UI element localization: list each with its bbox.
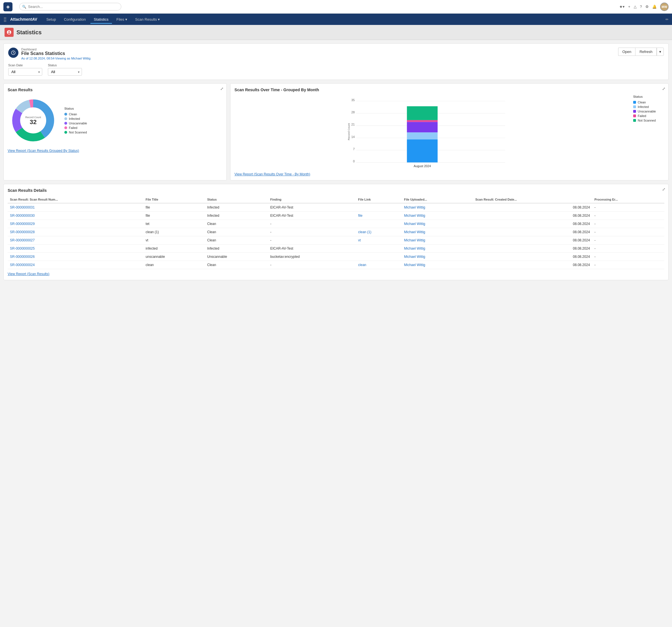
status-cell: Clean <box>205 236 268 245</box>
donut-legend: Status Clean Infected Unscannable <box>64 107 87 134</box>
add-icon[interactable]: + <box>628 4 630 9</box>
card-title-text: Dashboard File Scans Statistics As of 12… <box>21 48 90 60</box>
avatar[interactable]: MW <box>660 3 669 11</box>
col-file-title: File Title <box>143 196 205 203</box>
expand-icon[interactable]: ⤢ <box>220 86 224 91</box>
bar-chart-legend: Status Clean Infected Unscannable Failed <box>633 95 664 170</box>
bar-legend-failed-label: Failed <box>638 114 646 118</box>
table-row: SR-0000000029tetClean-Michael Wittig08.0… <box>8 220 664 228</box>
scan-result-link[interactable]: SR-0000000031 <box>10 205 34 209</box>
processing-err-cell: - <box>592 228 664 236</box>
edit-icon[interactable]: ✏ <box>666 17 669 22</box>
file-link-cell: vt <box>356 236 402 245</box>
svg-text:0: 0 <box>353 159 355 163</box>
bar-legend-infected: Infected <box>633 105 664 108</box>
uploaded-by-link[interactable]: Michael Wittig <box>404 263 426 267</box>
bar-not-scanned-dot <box>633 119 636 122</box>
scan-result-link[interactable]: SR-0000000025 <box>10 247 34 250</box>
processing-err-cell: - <box>592 261 664 269</box>
svg-text:28: 28 <box>352 110 355 114</box>
bar-expand-icon[interactable]: ⤢ <box>662 86 666 91</box>
refresh-button[interactable]: Refresh <box>635 48 657 56</box>
uploaded-by-link[interactable]: Michael Wittig <box>404 238 426 242</box>
col-scan-result-num: Scan Result: Scan Result Num... <box>8 196 143 203</box>
uploaded-by-link[interactable]: Michael Wittig <box>404 247 426 250</box>
bar-legend-not-scanned-label: Not Scanned <box>638 119 656 122</box>
bar-legend-clean: Clean <box>633 101 664 104</box>
file-link[interactable]: file <box>358 214 362 218</box>
uploaded-by-link[interactable]: Michael Wittig <box>404 214 426 218</box>
created-date-cell: 08.08.2024 <box>473 220 592 228</box>
file-link-cell: clean (1) <box>356 228 402 236</box>
bar-failed-dot <box>633 115 636 117</box>
notifications-icon[interactable]: 🔔 <box>652 4 657 9</box>
uploaded-by-link[interactable]: Michael Wittig <box>404 205 426 209</box>
file-title-cell: clean <box>143 261 205 269</box>
file-uploaded-cell: Michael Wittig <box>402 220 473 228</box>
table-header-row: Scan Result: Scan Result Num... File Tit… <box>8 196 664 203</box>
status-cell: Infected <box>205 211 268 220</box>
legend-title: Status <box>64 107 87 110</box>
uploaded-by-link[interactable]: Michael Wittig <box>404 222 426 226</box>
scan-result-link[interactable]: SR-0000000024 <box>10 263 34 267</box>
status-select[interactable]: All <box>48 68 82 76</box>
bar-not-scanned <box>407 106 438 120</box>
file-link[interactable]: vt <box>358 238 361 242</box>
file-link-cell: file <box>356 211 402 220</box>
legend-infected-label: Infected <box>69 117 80 120</box>
file-link[interactable]: clean <box>358 263 366 267</box>
bar-unscannable <box>407 122 438 132</box>
upload-icon[interactable]: △ <box>634 4 637 9</box>
bar-chart-container: 0 7 14 21 28 35 Record Count <box>234 95 664 170</box>
col-processing-err: Processing Er... <box>592 196 664 203</box>
finding-cell: - <box>268 261 356 269</box>
top-navigation: ◈ 🔍 ★▾ + △ ? ⚙ 🔔 MW <box>0 0 672 14</box>
legend-clean-label: Clean <box>69 112 77 116</box>
help-icon[interactable]: ? <box>640 4 642 9</box>
sidebar-item-statistics[interactable]: Statistics <box>90 15 112 24</box>
bar-failed <box>407 120 438 122</box>
sidebar-item-files[interactable]: Files <box>113 15 131 24</box>
table-view-report-link[interactable]: View Report (Scan Results) <box>8 272 49 276</box>
created-date-cell: 08.08.2024 <box>473 228 592 236</box>
card-title-area: Dashboard File Scans Statistics As of 12… <box>8 48 90 60</box>
dashboard-title: File Scans Statistics <box>21 51 90 56</box>
scan-result-link[interactable]: SR-0000000026 <box>10 255 34 259</box>
file-uploaded-cell: Michael Wittig <box>402 236 473 245</box>
processing-err-cell: - <box>592 253 664 261</box>
actions-dropdown-button[interactable]: ▾ <box>657 48 664 56</box>
svg-text:21: 21 <box>352 123 355 126</box>
scan-result-link[interactable]: SR-0000000030 <box>10 214 34 218</box>
file-link-cell <box>356 245 402 253</box>
scan-date-select[interactable]: All <box>8 68 42 76</box>
donut-view-report-link[interactable]: View Report (Scan Results Grouped By Sta… <box>8 149 222 153</box>
uploaded-by-link[interactable]: Michael Wittig <box>404 255 426 259</box>
scan-result-link[interactable]: SR-0000000027 <box>10 238 34 242</box>
processing-err-cell: - <box>592 236 664 245</box>
file-title-cell: clean (1) <box>143 228 205 236</box>
uploaded-by-link[interactable]: Michael Wittig <box>404 230 426 234</box>
file-link[interactable]: clean (1) <box>358 230 371 234</box>
scan-result-link[interactable]: SR-0000000028 <box>10 230 34 234</box>
card-icon <box>8 48 19 58</box>
bar-view-report-link[interactable]: View Report (Scan Results Over Time - By… <box>234 172 664 176</box>
favorites-icon[interactable]: ★▾ <box>619 4 625 9</box>
sidebar-item-scan-results[interactable]: Scan Results <box>132 15 163 24</box>
file-uploaded-cell: Michael Wittig <box>402 211 473 220</box>
bar-legend-not-scanned: Not Scanned <box>633 119 664 122</box>
page-header-icon <box>4 28 14 37</box>
sidebar-item-setup[interactable]: Setup <box>43 15 59 24</box>
bar-clean <box>407 140 438 162</box>
finding-cell: EICAR-AV-Test <box>268 203 356 211</box>
sidebar-item-configuration[interactable]: Configuration <box>61 15 89 24</box>
table-expand-icon[interactable]: ⤢ <box>662 187 666 192</box>
table-scroll-area[interactable]: Scan Result: Scan Result Num... File Tit… <box>8 196 664 269</box>
scan-result-link[interactable]: SR-0000000029 <box>10 222 34 226</box>
created-date-cell: 08.08.2024 <box>473 245 592 253</box>
open-button[interactable]: Open <box>618 48 635 56</box>
search-input[interactable] <box>19 3 121 10</box>
file-title-cell: vt <box>143 236 205 245</box>
col-file-uploaded: File Uploaded... <box>402 196 473 203</box>
donut-legend-area: Status Clean Infected Unscannable <box>64 107 87 134</box>
settings-icon[interactable]: ⚙ <box>645 4 649 9</box>
